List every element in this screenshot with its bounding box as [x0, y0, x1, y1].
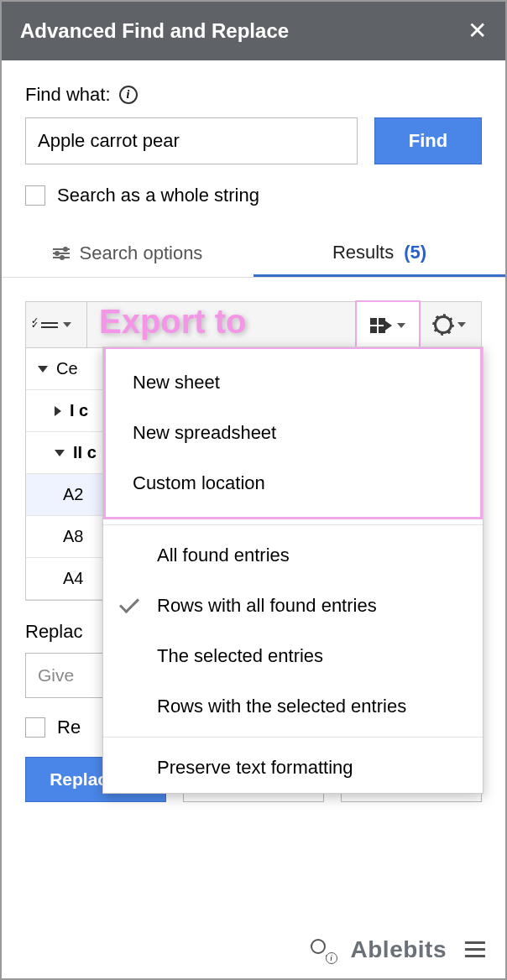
tab-search-options-label: Search options [80, 242, 203, 264]
export-preserve-formatting[interactable]: Preserve text formatting [103, 743, 483, 793]
tree-cell-label: A8 [63, 527, 83, 546]
find-button[interactable]: Find [374, 117, 482, 164]
export-selected[interactable]: The selected entries [103, 631, 483, 681]
dd-label: The selected entries [157, 645, 323, 667]
tab-results-label: Results [332, 242, 394, 263]
preserve-label: Re [57, 717, 81, 738]
tab-search-options[interactable]: Search options [2, 230, 254, 277]
tree-cell-label: A4 [63, 569, 83, 588]
preserve-checkbox[interactable] [25, 717, 45, 738]
export-dropdown: New sheet New spreadsheet Custom locatio… [102, 347, 483, 794]
dialog-title: Advanced Find and Replace [20, 19, 289, 43]
dd-label: Rows with all found entries [157, 595, 377, 617]
checklist-icon [41, 322, 58, 328]
tab-results[interactable]: Results (5) [254, 230, 505, 277]
chevron-down-icon [63, 322, 71, 327]
sliders-icon [53, 248, 70, 258]
export-all-found[interactable]: All found entries [103, 530, 483, 581]
find-input[interactable] [25, 117, 358, 164]
results-toolbar [25, 301, 482, 348]
dd-label: Preserve text formatting [157, 757, 353, 779]
dropdown-separator [103, 737, 483, 738]
dialog-header: Advanced Find and Replace ✕ [2, 2, 505, 60]
chevron-down-icon [397, 323, 405, 328]
chevron-right-icon [55, 406, 61, 416]
tree-sheet-label: II c [73, 443, 97, 462]
export-icon [370, 318, 392, 333]
export-button[interactable] [355, 300, 421, 349]
dd-label: Rows with the selected entries [157, 696, 406, 717]
whole-string-label: Search as a whole string [57, 185, 259, 206]
brand-label: Ablebits [351, 936, 447, 963]
export-rows-selected[interactable]: Rows with the selected entries [103, 681, 483, 732]
info-icon[interactable]: i [119, 86, 138, 104]
dropdown-separator [103, 524, 483, 525]
tab-results-count: (5) [404, 242, 426, 263]
footer: i Ablebits [2, 920, 505, 978]
chevron-down-icon [38, 366, 48, 373]
export-rows-all-found[interactable]: Rows with all found entries [103, 581, 483, 631]
menu-icon[interactable] [465, 941, 485, 957]
tree-sheet-label: I c [70, 401, 88, 420]
tab-bar: Search options Results (5) [2, 230, 505, 278]
settings-button[interactable] [419, 302, 481, 347]
tree-spreadsheet-label: Ce [56, 359, 78, 378]
export-new-sheet[interactable]: New sheet [106, 357, 480, 408]
export-new-spreadsheet[interactable]: New spreadsheet [106, 408, 480, 458]
toolbar-spacer [87, 302, 357, 347]
check-icon [119, 593, 139, 613]
chevron-down-icon [457, 322, 466, 327]
select-all-button[interactable] [26, 302, 87, 347]
gear-icon [434, 315, 452, 334]
close-icon[interactable]: ✕ [468, 19, 487, 43]
export-custom-location[interactable]: Custom location [106, 458, 480, 508]
tree-cell-label: A2 [63, 485, 83, 504]
search-info-icon[interactable]: i [311, 939, 332, 961]
whole-string-checkbox[interactable] [25, 185, 45, 206]
chevron-down-icon [55, 450, 65, 456]
dd-label: All found entries [157, 545, 290, 566]
find-what-label: Find what: [25, 84, 111, 106]
